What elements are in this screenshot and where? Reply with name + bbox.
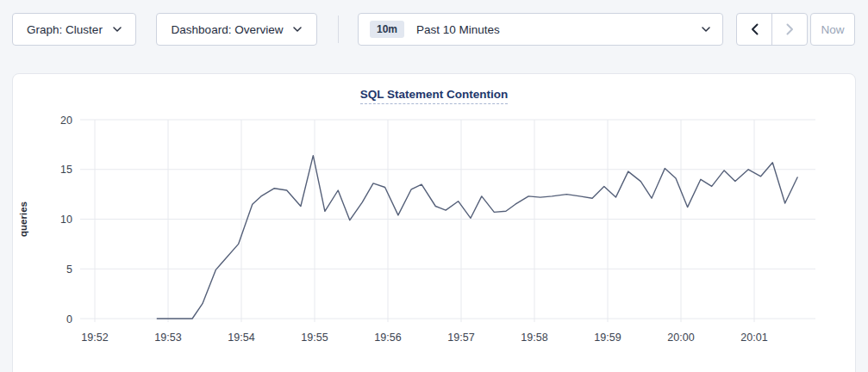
chevron-down-icon xyxy=(113,27,122,32)
series-line-queries xyxy=(157,156,797,319)
sql-contention-line-chart[interactable]: 0510152019:5219:5319:5419:5519:5619:5719… xyxy=(12,73,856,372)
y-tick-label: 20 xyxy=(60,115,72,127)
x-tick-label: 19:58 xyxy=(521,332,547,344)
chevron-right-icon xyxy=(786,23,794,35)
x-tick-label: 19:54 xyxy=(228,332,254,344)
x-tick-label: 19:59 xyxy=(594,332,621,344)
x-tick-label: 20:00 xyxy=(667,332,694,344)
y-tick-label: 5 xyxy=(66,264,72,276)
next-time-button[interactable] xyxy=(772,14,807,45)
x-tick-label: 19:57 xyxy=(447,332,474,344)
chart-panel: SQL Statement Contention 0510152019:5219… xyxy=(12,73,856,372)
y-axis-label: queries xyxy=(18,202,28,237)
x-tick-label: 19:55 xyxy=(301,332,328,344)
chevron-down-icon xyxy=(293,27,302,32)
x-tick-label: 19:53 xyxy=(154,332,181,344)
now-button[interactable]: Now xyxy=(810,13,855,46)
graph-dropdown[interactable]: Graph: Cluster xyxy=(12,13,136,46)
graph-dropdown-label: Graph: Cluster xyxy=(27,23,103,36)
time-window-badge: 10m xyxy=(370,21,404,38)
time-nav-group xyxy=(736,13,808,46)
y-tick-label: 10 xyxy=(60,214,72,226)
chevron-left-icon xyxy=(751,23,759,35)
dashboard-dropdown[interactable]: Dashboard: Overview xyxy=(156,13,317,46)
x-tick-label: 19:52 xyxy=(81,332,108,344)
time-range-label: Past 10 Minutes xyxy=(416,23,500,36)
prev-time-button[interactable] xyxy=(737,14,772,45)
x-tick-label: 20:01 xyxy=(740,332,767,344)
toolbar-divider xyxy=(338,16,339,43)
chevron-down-icon xyxy=(702,27,710,32)
x-tick-label: 19:56 xyxy=(374,332,401,344)
time-range-dropdown[interactable]: 10m Past 10 Minutes xyxy=(358,13,723,46)
y-tick-label: 0 xyxy=(66,313,72,326)
y-tick-label: 15 xyxy=(60,164,72,176)
dashboard-dropdown-label: Dashboard: Overview xyxy=(172,23,284,36)
